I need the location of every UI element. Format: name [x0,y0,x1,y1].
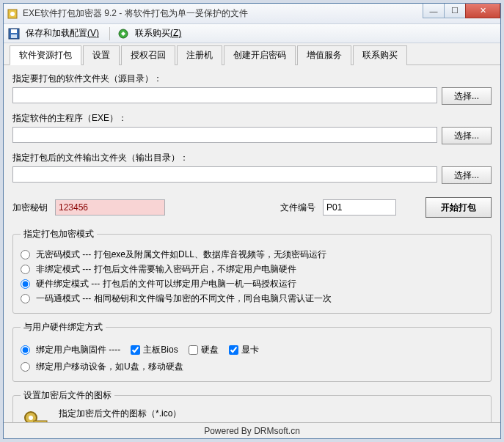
svg-point-1 [10,12,15,16]
save-icon [8,28,20,40]
svg-point-7 [29,416,33,420]
svg-rect-4 [11,34,17,38]
hw-legend: 与用户硬件绑定方式 [21,321,106,334]
exe-input[interactable] [12,127,437,143]
maximize-button[interactable]: ☐ [444,4,466,18]
tab-register[interactable]: 注册机 [177,45,222,65]
window-title: EXE软件打包加密器 9.2 - 将软件打包为单一受保护的文件 [23,7,248,20]
key-input[interactable] [55,199,165,216]
contact-icon [117,28,129,40]
fileid-label: 文件编号 [280,202,315,214]
app-window: EXE软件打包加密器 9.2 - 将软件打包为单一受保护的文件 — ☐ ✕ 保存… [3,3,501,439]
out-field: 指定打包后的文件输出文件夹（输出目录）： 选择... [12,152,492,184]
mode-unbound[interactable]: 非绑定模式 --- 打包后文件需要输入密码开启，不绑定用户电脑硬件 [21,263,483,276]
mode-hardware[interactable]: 硬件绑定模式 --- 打包后的文件可以绑定用户电脑一机一码授权运行 [21,278,483,290]
menu-separator [109,27,110,40]
src-browse-button[interactable]: 选择... [442,87,492,105]
window-controls: — ☐ ✕ [423,4,500,18]
out-input[interactable] [12,166,437,183]
tab-package[interactable]: 软件资源打包 [10,45,81,65]
hw-fieldset: 与用户硬件绑定方式 绑定用户电脑固件 ---- 主板Bios 硬盘 显卡 绑定用… [12,321,492,382]
icon-label: 指定加密后文件的图标（*.ico） [59,408,483,420]
exe-field: 指定软件的主程序（EXE）： 选择... [12,112,492,144]
mode-none[interactable]: 无密码模式 --- 打包exe及附属文件如DLL、数据库音视频等，无须密码运行 [21,248,483,261]
statusbar: Powered By DRMsoft.cn [4,422,500,438]
status-text: Powered By DRMsoft.cn [204,426,300,436]
mode-legend: 指定打包加密模式 [21,228,97,240]
titlebar: EXE软件打包加密器 9.2 - 将软件打包为单一受保护的文件 — ☐ ✕ [4,4,500,24]
src-field: 指定要打包的软件文件夹（源目录）： 选择... [12,73,492,105]
cb-gpu[interactable]: 显卡 [229,344,259,356]
out-browse-button[interactable]: 选择... [442,166,492,184]
key-label: 加密秘钥 [12,202,48,214]
src-input[interactable] [12,87,437,103]
tab-recall[interactable]: 授权召回 [121,45,175,65]
menu-contact[interactable]: 联系购买(Z) [132,26,184,41]
exe-label: 指定软件的主程序（EXE）： [12,112,492,125]
out-label: 指定打包后的文件输出文件夹（输出目录）： [12,152,492,164]
hw-fixed[interactable]: 绑定用户电脑固件 ---- [21,344,120,356]
icon-fieldset: 设置加密后文件的图标 指定加密后文件的图标（*.ico） 选择... 使用默认图… [12,389,492,422]
key-icon [21,408,50,422]
mode-onecode[interactable]: 一码通模式 --- 相同秘钥和文件编号加密的不同文件，同台电脑只需认证一次 [21,292,483,305]
app-icon [7,8,18,20]
svg-rect-3 [11,29,17,33]
close-button[interactable]: ✕ [465,4,500,18]
minimize-button[interactable]: — [423,4,445,18]
content-panel: 指定要打包的软件文件夹（源目录）： 选择... 指定软件的主程序（EXE）： 选… [4,65,500,422]
exe-browse-button[interactable]: 选择... [442,127,492,144]
tab-buy[interactable]: 联系购买 [353,45,407,65]
tab-password[interactable]: 创建开启密码 [224,45,296,65]
menubar: 保存和加载配置(V) 联系购买(Z) [4,24,500,43]
menu-save-load[interactable]: 保存和加载配置(V) [23,26,102,41]
fileid-input[interactable] [323,199,396,216]
cb-hdd[interactable]: 硬盘 [189,344,219,356]
tab-settings[interactable]: 设置 [83,45,120,65]
cb-bios[interactable]: 主板Bios [131,344,178,356]
icon-legend: 设置加密后文件的图标 [21,389,114,402]
tab-value[interactable]: 增值服务 [297,45,351,65]
start-button[interactable]: 开始打包 [426,197,492,218]
hw-mobile[interactable]: 绑定用户移动设备，如U盘，移动硬盘 [21,361,483,373]
src-label: 指定要打包的软件文件夹（源目录）： [12,73,492,85]
key-row: 加密秘钥 文件编号 开始打包 [12,197,492,218]
mode-fieldset: 指定打包加密模式 无密码模式 --- 打包exe及附属文件如DLL、数据库音视频… [12,228,492,314]
tabs: 软件资源打包 设置 授权召回 注册机 创建开启密码 增值服务 联系购买 [4,43,500,65]
